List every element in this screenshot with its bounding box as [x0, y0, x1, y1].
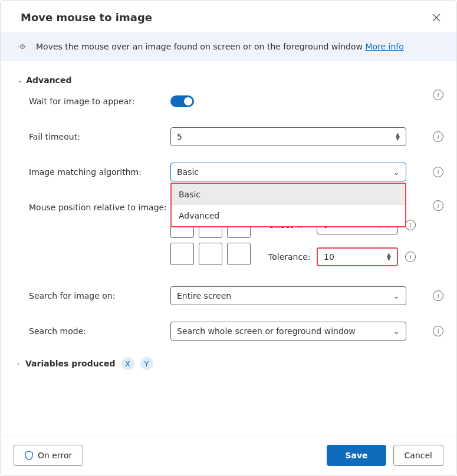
variables-produced-label: Variables produced	[25, 359, 116, 368]
variable-badge-x[interactable]: X	[121, 357, 134, 370]
dropdown-option-advanced[interactable]: Advanced	[172, 205, 405, 226]
wait-for-image-row: Wait for image to appear: i	[17, 95, 443, 107]
banner-text: Moves the mouse over an image found on s…	[36, 42, 404, 51]
info-icon[interactable]: i	[433, 167, 443, 177]
toggle-knob	[184, 97, 192, 105]
advanced-section-toggle[interactable]: ⌄ Advanced	[17, 75, 443, 85]
chevron-down-icon: ⌄	[17, 77, 22, 84]
algorithm-select[interactable]: Basic ⌄	[170, 163, 406, 181]
stepper-buttons[interactable]: ▲▼	[396, 133, 400, 141]
step-down-icon: ▼	[396, 137, 400, 141]
dropdown-option-basic[interactable]: Basic	[172, 184, 405, 205]
cancel-label: Cancel	[405, 451, 432, 460]
fail-timeout-label: Fail timeout:	[29, 132, 170, 141]
save-button[interactable]: Save	[327, 445, 386, 466]
info-icon[interactable]: i	[405, 252, 416, 262]
position-cell[interactable]	[199, 243, 222, 265]
tolerance-label: Tolerance:	[268, 252, 310, 262]
tolerance-input[interactable]: 10 ▲▼	[317, 247, 398, 266]
search-on-label: Search for image on:	[29, 291, 170, 300]
chevron-down-icon: ⌄	[393, 167, 400, 177]
save-label: Save	[345, 451, 367, 460]
position-cell[interactable]	[227, 243, 251, 265]
svg-point-1	[22, 46, 23, 47]
info-icon[interactable]: i	[433, 90, 443, 100]
banner-description: Moves the mouse over an image found on s…	[36, 42, 365, 51]
step-down-icon: ▼	[387, 257, 391, 261]
info-icon[interactable]: i	[433, 200, 443, 211]
wait-label: Wait for image to appear:	[29, 97, 170, 106]
algorithm-value: Basic	[177, 167, 199, 177]
tolerance-row: Tolerance: 10 ▲▼ i	[268, 247, 416, 266]
more-info-link[interactable]: More info	[365, 42, 403, 51]
search-on-row: Search for image on: Entire screen ⌄ i	[17, 286, 443, 305]
info-icon[interactable]: i	[433, 131, 443, 142]
algorithm-row: Image matching algorithm: Basic ⌄ i Basi…	[17, 163, 443, 181]
position-cell[interactable]	[170, 243, 194, 265]
dialog-body: ⌄ Advanced Wait for image to appear: i F…	[1, 61, 456, 435]
on-error-button[interactable]: On error	[14, 445, 83, 466]
on-error-label: On error	[38, 451, 72, 460]
chevron-down-icon: ⌄	[393, 291, 400, 300]
mouse-position-label: Mouse position relative to image:	[29, 200, 170, 212]
close-icon	[432, 14, 440, 22]
shield-icon	[25, 451, 33, 460]
mouse-move-icon	[17, 41, 28, 52]
wait-toggle[interactable]	[170, 95, 194, 107]
fail-timeout-row: Fail timeout: 5 ▲▼ i	[17, 127, 443, 146]
advanced-title: Advanced	[26, 75, 71, 85]
info-icon[interactable]: i	[433, 290, 443, 301]
close-button[interactable]	[430, 12, 442, 24]
algorithm-label: Image matching algorithm:	[29, 167, 170, 177]
fail-timeout-input[interactable]: 5 ▲▼	[170, 127, 406, 146]
search-on-value: Entire screen	[177, 291, 231, 300]
variables-produced-toggle[interactable]: › Variables produced X Y	[17, 357, 443, 370]
info-banner: Moves the mouse over an image found on s…	[1, 32, 456, 61]
chevron-right-icon: ›	[17, 361, 19, 367]
variable-badge-y[interactable]: Y	[140, 357, 153, 370]
search-mode-select[interactable]: Search whole screen or foreground window…	[170, 322, 406, 341]
search-mode-row: Search mode: Search whole screen or fore…	[17, 322, 443, 341]
algorithm-dropdown: Basic Advanced	[170, 183, 406, 227]
fail-timeout-value: 5	[177, 132, 182, 141]
info-icon[interactable]: i	[405, 220, 416, 230]
info-icon[interactable]: i	[433, 326, 443, 336]
search-mode-label: Search mode:	[29, 326, 170, 336]
search-on-select[interactable]: Entire screen ⌄	[170, 286, 406, 305]
dialog-footer: On error Save Cancel	[1, 435, 456, 475]
dialog-header: Move mouse to image	[1, 1, 456, 32]
tolerance-value: 10	[324, 252, 334, 262]
dialog: Move mouse to image Moves the mouse over…	[0, 0, 457, 476]
stepper-buttons[interactable]: ▲▼	[387, 253, 391, 261]
search-mode-value: Search whole screen or foreground window	[177, 326, 356, 336]
dialog-title: Move mouse to image	[21, 11, 152, 24]
cancel-button[interactable]: Cancel	[393, 445, 443, 466]
chevron-down-icon: ⌄	[393, 326, 400, 336]
